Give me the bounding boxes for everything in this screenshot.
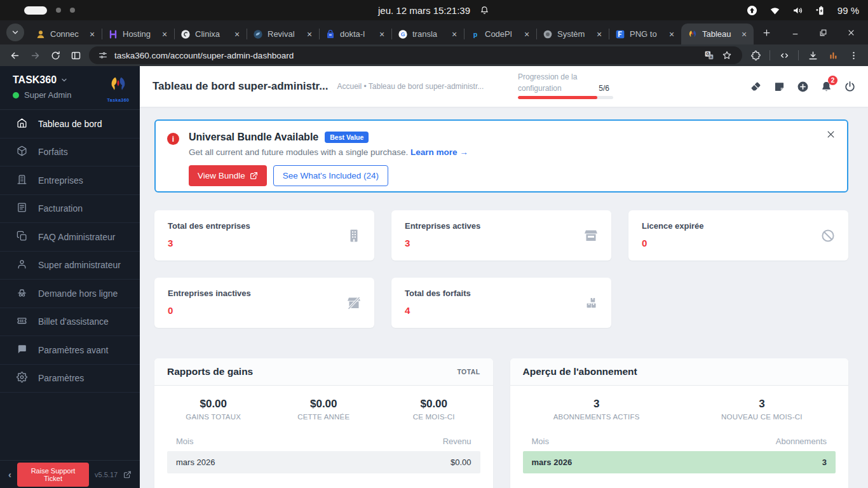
logout-button[interactable] (843, 79, 857, 93)
plus-icon (762, 28, 771, 37)
activities-pill[interactable] (24, 6, 47, 15)
sidebar-item-tableau-de-bord[interactable]: Tableau de bord (0, 110, 140, 139)
learn-more-link[interactable]: Learn more → (410, 147, 468, 157)
side-panel-button[interactable] (66, 46, 85, 64)
browser-tab-connec[interactable]: Connec× (29, 24, 102, 44)
stats-extension-button[interactable] (824, 46, 843, 64)
sidebar-item-label: Super administrateur (38, 260, 121, 270)
subscription-panel-title: Aperçu de l'abonnement (523, 366, 637, 377)
collapse-sidebar-button[interactable]: ‹ (8, 469, 11, 480)
browser-tab-tableau[interactable]: Tableau× (681, 24, 754, 44)
fav-clinixa-icon (180, 29, 191, 39)
notification-bell-icon (479, 5, 490, 16)
clear-cache-button[interactable] (749, 79, 763, 93)
address-bar[interactable]: taska360.com/account/super-admin-dashboa… (89, 46, 742, 64)
sidebar: TASK360 Super Admin Taska360 Tableau de … (0, 66, 140, 488)
site-settings-icon[interactable] (95, 48, 111, 63)
setup-progress-label-1: Progression de la (518, 72, 613, 81)
sidebar-item-faq-administrateur[interactable]: FAQ Administrateur (0, 223, 140, 252)
system-tray[interactable]: 99 % (746, 4, 868, 17)
chevron-down-icon (11, 28, 20, 37)
restore-button[interactable] (812, 23, 834, 42)
tab-label: Clinixa (195, 29, 227, 39)
stat-card-total-des-entreprises[interactable]: Total des entreprises3 (154, 210, 374, 261)
taska360-logo-icon (107, 74, 130, 95)
sidebar-item-entreprises[interactable]: Entreprises (0, 166, 140, 195)
breadcrumb[interactable]: Accueil • Tableau de bord super-administ… (337, 82, 484, 91)
logo-wordmark: Taska360 (107, 98, 130, 102)
forward-button[interactable] (25, 46, 44, 64)
browser-menu-button[interactable] (844, 46, 863, 64)
browser-tab-clinixa[interactable]: Clinixa× (174, 24, 247, 44)
tab-close-button[interactable]: × (377, 29, 387, 39)
chevron-down-icon (60, 76, 68, 84)
browser-tab-png-to[interactable]: PNG to× (609, 24, 681, 44)
sidebar-item-param-tres-avant[interactable]: Paramètres avant (0, 336, 140, 365)
sidebar-item-billet-d-assistance[interactable]: Billet d'assistance (0, 308, 140, 337)
view-bundle-button[interactable]: View Bundle (189, 165, 267, 186)
tab-close-button[interactable]: × (594, 29, 604, 39)
metric-label: NOUVEAU CE MOIS-CI (679, 413, 844, 421)
quick-add-button[interactable] (796, 79, 810, 93)
sidebar-item-forfaits[interactable]: Forfaits (0, 139, 140, 167)
downloads-button[interactable] (803, 46, 822, 64)
browser-tab-hosting[interactable]: Hosting× (102, 24, 174, 44)
sidebar-item-super-administrateur[interactable]: Super administrateur (0, 252, 140, 280)
download-icon (808, 50, 818, 61)
stat-card-entreprises-inactives[interactable]: Entreprises inactives0 (154, 278, 374, 328)
browser-tab-codepl[interactable]: pCodePl× (464, 24, 536, 44)
notifications-button[interactable]: 2 (819, 79, 833, 93)
stat-label: Total des entreprises (168, 221, 361, 231)
url-text[interactable]: taska360.com/account/super-admin-dashboa… (114, 51, 700, 60)
sidebar-item-label: Tableau de bord (38, 119, 102, 129)
sidebar-item-demande-hors-ligne[interactable]: Demande hors ligne (0, 280, 140, 308)
stat-card-licence-expir-e[interactable]: Licence expirée0 (628, 210, 848, 261)
minimize-button[interactable] (784, 23, 806, 42)
setup-progress[interactable]: Progression de la configuration 5/6 (518, 72, 613, 99)
bookmark-button[interactable] (718, 48, 736, 63)
tab-label: Revival (268, 29, 300, 39)
external-link-icon[interactable] (123, 470, 132, 479)
metric-label: ABONNEMENTS ACTIFS (514, 413, 679, 421)
extensions-button[interactable] (746, 46, 765, 64)
sidebar-item-label: Forfaits (38, 147, 68, 157)
header-actions: 2 (749, 66, 857, 107)
brand-switcher[interactable]: TASK360 (13, 74, 71, 86)
tab-close-button[interactable]: × (667, 29, 677, 39)
tab-close-button[interactable]: × (449, 29, 459, 39)
sidebar-item-facturation[interactable]: Facturation (0, 195, 140, 224)
banner-close-button[interactable] (826, 130, 836, 142)
app-logo[interactable]: Taska360 (107, 74, 130, 102)
tab-search-button[interactable] (6, 24, 24, 41)
devtools-button[interactable] (775, 46, 794, 64)
stat-card-total-des-forfaits[interactable]: Total des forfaits4 (391, 278, 611, 328)
new-tab-button[interactable] (757, 24, 775, 41)
stat-card-entreprises-actives[interactable]: Entreprises actives3 (391, 210, 611, 261)
table-row[interactable]: mars 2026$0.00 (167, 451, 480, 473)
tab-close-button[interactable]: × (739, 29, 749, 39)
metric: $0.00CE MOIS-CI (379, 398, 489, 421)
tab-close-button[interactable]: × (522, 29, 532, 39)
tab-close-button[interactable]: × (159, 29, 170, 39)
browser-tab-transla[interactable]: Gtransla× (391, 24, 464, 44)
notes-button[interactable] (772, 79, 786, 93)
reload-button[interactable] (46, 46, 65, 64)
sidebar-item-param-tres[interactable]: Paramètres (0, 365, 140, 393)
updates-icon (746, 4, 758, 17)
browser-tab-dokta-l[interactable]: dokta-l× (319, 24, 391, 44)
tab-close-button[interactable]: × (232, 29, 242, 39)
stat-label: Total des forfaits (405, 288, 598, 298)
tab-close-button[interactable]: × (304, 29, 315, 39)
fav-png-icon (615, 29, 625, 39)
browser-tab-revival[interactable]: Revival× (247, 24, 319, 44)
translate-button[interactable]: GA (700, 48, 718, 63)
see-whats-included-button[interactable]: See What's Included (24) (273, 165, 388, 186)
earnings-panel-title: Rapports de gains (167, 366, 253, 377)
browser-tab-syst-m[interactable]: Systèm× (536, 24, 609, 44)
back-button[interactable] (5, 46, 24, 64)
table-row[interactable]: mars 20263 (523, 451, 836, 473)
system-clock[interactable]: jeu. 12 mars 15:21:39 (378, 5, 490, 16)
tab-close-button[interactable]: × (87, 29, 97, 39)
raise-support-ticket-button[interactable]: Raise Support Ticket (17, 463, 89, 487)
close-window-button[interactable] (840, 23, 862, 42)
